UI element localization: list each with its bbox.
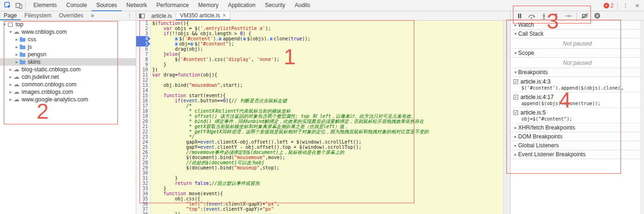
- toggle-navigator-icon[interactable]: [136, 11, 147, 20]
- toolbar-divider: [25, 2, 26, 9]
- sidebar-scrollbar[interactable]: [641, 21, 644, 214]
- toolbar-right-controls: × 2 ⋮ ×: [604, 0, 644, 11]
- inspect-element-icon[interactable]: [2, 0, 13, 11]
- line-number[interactable]: 38: [136, 212, 150, 214]
- error-count: 2: [611, 2, 614, 9]
- navigator-tabs: PageFilesystemOverrides»: [0, 11, 98, 20]
- editor-tab-label: VM350 article.is: [180, 12, 220, 19]
- annotation-label-4: 4: [559, 87, 571, 113]
- code-text[interactable]: }): [150, 212, 180, 214]
- main-panel-tabs: ElementsConsoleSourcesNetworkPerformance…: [29, 0, 315, 11]
- editor-tab-vm350-article-is[interactable]: VM350 article.is×: [176, 11, 230, 20]
- main-tab-audits[interactable]: Audits: [290, 0, 315, 11]
- navigator-tab-filesystem[interactable]: Filesystem: [21, 11, 55, 20]
- navigator-tab-overrides[interactable]: Overrides: [55, 11, 87, 20]
- annotation-label-1: 1: [284, 44, 296, 69]
- error-icon: ×: [604, 3, 609, 8]
- navigator-tab-overflow-icon[interactable]: »: [87, 11, 98, 20]
- editor-tab-article-is[interactable]: article.is: [147, 11, 176, 20]
- pause-on-exceptions-icon[interactable]: [592, 12, 602, 20]
- line-number[interactable]: 37: [136, 206, 150, 212]
- navigator-more-options-icon[interactable]: ⋮: [124, 11, 136, 20]
- code-text[interactable]: "top":(event.clientY-gapY)+"px": [150, 206, 274, 212]
- code-line-37: 37 "top":(event.clientY-gapY)+"px": [136, 206, 510, 212]
- annotation-label-2: 2: [37, 99, 49, 124]
- annotation-label-3: 3: [547, 8, 559, 34]
- main-tab-elements[interactable]: Elements: [29, 0, 62, 11]
- close-tab-icon[interactable]: ×: [222, 12, 226, 19]
- main-tab-network[interactable]: Network: [122, 0, 152, 11]
- main-tab-application[interactable]: Application: [223, 0, 260, 11]
- main-tab-memory[interactable]: Memory: [194, 0, 223, 11]
- navigator-header: PageFilesystemOverrides» ⋮: [0, 11, 136, 21]
- editor-tabs: article.isVM350 article.is×: [147, 11, 230, 20]
- console-error-badge[interactable]: × 2: [604, 2, 614, 9]
- main-tab-sources[interactable]: Sources: [92, 0, 122, 11]
- more-options-icon[interactable]: ⋮: [619, 2, 632, 9]
- annotation-box-2: [4, 21, 118, 124]
- toolbar-left-icons: [0, 0, 29, 11]
- main-tab-performance[interactable]: Performance: [152, 0, 194, 11]
- toolbar-divider: [617, 2, 618, 9]
- main-tab-security[interactable]: Security: [260, 0, 290, 11]
- close-devtools-icon[interactable]: ×: [632, 1, 642, 9]
- editor-tabstrip: article.isVM350 article.is×: [136, 11, 510, 21]
- device-toolbar-icon[interactable]: [13, 0, 24, 11]
- navigator-tab-page[interactable]: Page: [0, 11, 21, 20]
- editor-tab-label: article.is: [151, 12, 172, 20]
- annotation-box-1: [140, 20, 414, 203]
- code-line-38: 38 }): [136, 212, 510, 214]
- main-tab-console[interactable]: Console: [62, 0, 92, 11]
